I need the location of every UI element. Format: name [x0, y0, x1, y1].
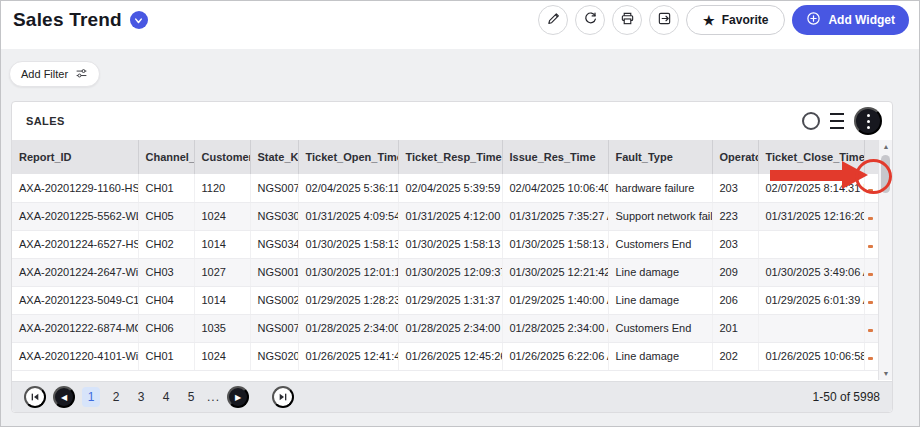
clipped-content-mark: [868, 217, 873, 220]
table-row[interactable]: AXA-20201220-4101-WiFi6CH011024NGS02001/…: [12, 342, 880, 370]
scroll-up-icon[interactable]: ▲: [879, 143, 893, 150]
column-header[interactable]: Ticket_Resp_Time: [398, 140, 502, 174]
table-cell: 01/28/2025 2:34:00 AM: [398, 314, 502, 342]
clipped-content-mark: [868, 357, 873, 360]
page-button-1[interactable]: 1: [82, 387, 100, 407]
table-cell: CH03: [138, 258, 194, 286]
table-cell: NGS034: [250, 230, 298, 258]
page-button-4[interactable]: 4: [157, 387, 175, 407]
kebab-menu-button[interactable]: [854, 107, 882, 135]
table-cell: 01/26/2025 12:41:46 AM: [298, 342, 398, 370]
add-filter-label: Add Filter: [21, 68, 68, 80]
table-cell: 1027: [194, 258, 250, 286]
table-cell: 01/26/2025 10:06:58 AM: [758, 342, 864, 370]
table-cell: 01/30/2025 1:58:13 AM: [298, 230, 398, 258]
table-cell: 01/31/2025 4:09:54 AM: [298, 202, 398, 230]
table-cell: 01/31/2025 4:12:00 AM: [398, 202, 502, 230]
table-cell: AXA-20201223-5049-C100: [12, 286, 138, 314]
table-cell: 02/04/2025 10:06:40 AM: [502, 174, 608, 202]
filter-sliders-icon: [75, 67, 88, 82]
first-page-button[interactable]: [24, 386, 46, 408]
table-cell: 203: [712, 230, 758, 258]
table-cell: 203: [712, 174, 758, 202]
chevron-down-icon[interactable]: [130, 11, 148, 29]
skip-last-icon: [278, 390, 288, 405]
table-zone: Report_IDChannel_KeyCustomer_...State_Ke…: [12, 140, 880, 380]
table-head: Report_IDChannel_KeyCustomer_...State_Ke…: [12, 140, 880, 174]
export-icon: [657, 11, 672, 29]
table-cell: AXA-20201225-5562-WLESS: [12, 202, 138, 230]
table-row[interactable]: AXA-20201229-1160-HSECH011120NGS00702/04…: [12, 174, 880, 202]
column-header[interactable]: Fault_Type: [608, 140, 712, 174]
last-page-button[interactable]: [272, 386, 294, 408]
table-cell: 01/30/2025 1:58:13 AM: [398, 230, 502, 258]
circle-action-icon[interactable]: [802, 112, 820, 130]
favorite-button[interactable]: ★ Favorite: [686, 5, 785, 35]
page-button-3[interactable]: 3: [132, 387, 150, 407]
table-cell: Customers End: [608, 314, 712, 342]
table-cell: AXA-20201222-6874-MCON: [12, 314, 138, 342]
prev-page-button[interactable]: ◀: [53, 386, 75, 408]
column-header[interactable]: State_Key: [250, 140, 298, 174]
edit-button[interactable]: [538, 5, 568, 35]
page-title: Sales Trend: [13, 9, 122, 31]
page-button-2[interactable]: 2: [107, 387, 125, 407]
dashboard-window: Sales Trend: [0, 0, 920, 427]
column-header[interactable]: Customer_...: [194, 140, 250, 174]
table-cell: NGS001: [250, 258, 298, 286]
page-title-wrap: Sales Trend: [13, 9, 148, 31]
pencil-icon: [546, 11, 561, 29]
sales-table: Report_IDChannel_KeyCustomer_...State_Ke…: [12, 140, 880, 371]
column-header[interactable]: Ticket_Open_Time: [298, 140, 398, 174]
table-cell: 01/30/2025 12:21:42 AM: [502, 258, 608, 286]
menu-lines-icon[interactable]: [830, 113, 844, 129]
table-cell: 01/28/2025 2:34:00 AM: [502, 314, 608, 342]
column-header[interactable]: Issue_Res_Time: [502, 140, 608, 174]
table-cell: AXA-20201224-6527-HSE: [12, 230, 138, 258]
print-button[interactable]: [612, 5, 642, 35]
table-row[interactable]: AXA-20201222-6874-MCONCH061035NGS00701/2…: [12, 314, 880, 342]
table-cell: CH01: [138, 174, 194, 202]
skip-first-icon: [30, 390, 40, 405]
table-cell: 209: [712, 258, 758, 286]
table-row[interactable]: AXA-20201225-5562-WLESSCH051024NGS03001/…: [12, 202, 880, 230]
clipped-content-mark: [868, 273, 873, 276]
page-button-5[interactable]: 5: [182, 387, 200, 407]
table-row[interactable]: AXA-20201224-2647-WiFi6CH031027NGS00101/…: [12, 258, 880, 286]
table-cell: 1014: [194, 230, 250, 258]
table-cell: AXA-20201224-2647-WiFi6: [12, 258, 138, 286]
column-header[interactable]: Operator_ID: [712, 140, 758, 174]
table-cell: 01/26/2025 6:22:06 AM: [502, 342, 608, 370]
scroll-down-icon[interactable]: ▼: [879, 370, 893, 377]
sales-widget-card: SALES Report_IDChannel_KeyCustomer_...St…: [11, 101, 893, 413]
pagination-range-label: 1-50 of 5998: [813, 390, 880, 404]
table-cell: 1024: [194, 342, 250, 370]
column-header[interactable]: Channel_Key: [138, 140, 194, 174]
column-header[interactable]: Report_ID: [12, 140, 138, 174]
table-cell: 01/31/2025 12:16:20 PM: [758, 202, 864, 230]
table-row[interactable]: AXA-20201224-6527-HSECH021014NGS03401/30…: [12, 230, 880, 258]
table-cell: 01/30/2025 3:49:06 AM: [758, 258, 864, 286]
add-widget-button[interactable]: Add Widget: [792, 5, 909, 35]
table-cell: 01/29/2025 6:01:39 AM: [758, 286, 864, 314]
star-icon: ★: [703, 14, 715, 27]
table-cell: NGS020: [250, 342, 298, 370]
table-cell: 01/29/2025 1:31:37 AM: [398, 286, 502, 314]
top-bar: Sales Trend: [1, 1, 919, 49]
refresh-button[interactable]: [575, 5, 605, 35]
table-cell: 01/28/2025 2:34:00 AM: [298, 314, 398, 342]
plus-circle-icon: [806, 11, 821, 29]
table-cell: NGS030: [250, 202, 298, 230]
table-cell: 01/29/2025 1:28:23 AM: [298, 286, 398, 314]
table-row[interactable]: AXA-20201223-5049-C100CH041014NGS00201/2…: [12, 286, 880, 314]
page-ellipsis: ...: [207, 390, 220, 404]
favorite-label: Favorite: [722, 13, 769, 27]
table-cell: 01/31/2025 7:35:27 AM: [502, 202, 608, 230]
export-button[interactable]: [649, 5, 679, 35]
add-filter-button[interactable]: Add Filter: [9, 61, 100, 87]
annotation-arrow: [770, 170, 844, 181]
table-cell: AXA-20201220-4101-WiFi6: [12, 342, 138, 370]
next-page-button[interactable]: ▶: [227, 386, 249, 408]
clipped-content-mark: [868, 329, 873, 332]
table-cell: 1024: [194, 202, 250, 230]
